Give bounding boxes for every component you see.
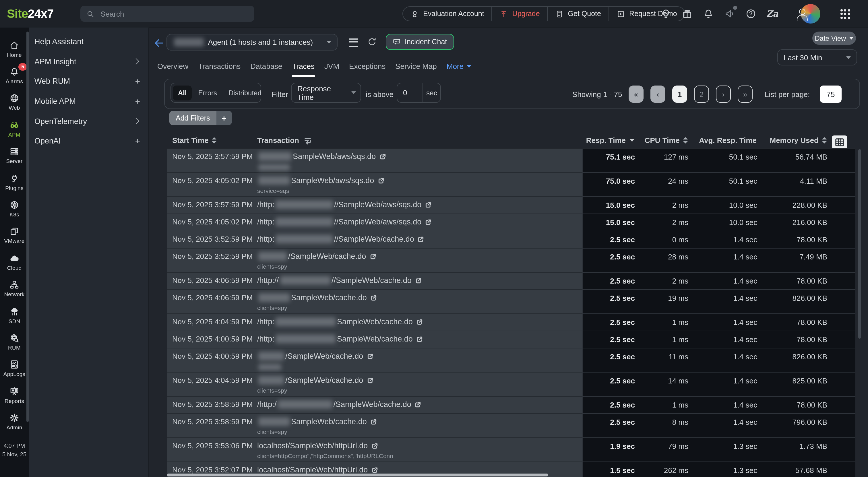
sidebar-item-web[interactable]: Web xyxy=(0,89,29,116)
help-icon[interactable] xyxy=(745,8,756,20)
subsidebar-item-opentelemetry[interactable]: OpenTelemetry xyxy=(29,112,148,131)
segment-all[interactable]: All xyxy=(173,85,192,100)
table-row[interactable]: Nov 5, 2025 4:06:59 PM/http:////SampleWe… xyxy=(167,273,856,290)
transaction-link[interactable]: /SampleWeb/cache.do xyxy=(257,352,582,360)
sidebar-item-k8s[interactable]: K8s xyxy=(0,195,29,222)
sidebar-item-plugins[interactable]: Plugins xyxy=(0,169,29,195)
transaction-link[interactable]: /http://SampleWeb/cache.do xyxy=(257,400,582,409)
evaluation-account-button[interactable]: Evaluation Account xyxy=(403,7,492,21)
sidebar-item-reports[interactable]: Reports xyxy=(0,382,29,408)
vertical-scrollbar[interactable] xyxy=(858,149,861,339)
column-start-time[interactable]: Start Time xyxy=(167,136,255,145)
column-resp-time[interactable]: Resp. Time xyxy=(582,136,634,145)
table-row[interactable]: Nov 5, 2025 3:58:59 PM/http://SampleWeb/… xyxy=(167,396,856,414)
subsidebar-item-help-assistant[interactable]: Help Assistant xyxy=(29,32,148,52)
subsidebar-item-openai[interactable]: OpenAI+ xyxy=(29,131,148,151)
refresh-icon[interactable] xyxy=(367,37,377,47)
tab-database[interactable]: Database xyxy=(250,62,282,70)
time-range-selector[interactable]: Last 30 Min xyxy=(777,50,857,65)
table-row[interactable]: Nov 5, 2025 4:04:59 PM/SampleWeb/cache.d… xyxy=(167,373,856,396)
table-row[interactable]: Nov 5, 2025 4:05:02 PMSampleWeb/aws/sqs.… xyxy=(167,173,856,197)
add-filters-button[interactable]: Add Filters + xyxy=(169,111,232,125)
table-row[interactable]: Nov 5, 2025 4:05:02 PM/http://SampleWeb/… xyxy=(167,214,856,231)
threshold-value[interactable]: 0 xyxy=(397,83,423,102)
list-per-page-input[interactable]: 75 xyxy=(820,86,842,103)
sidebar-item-vmware[interactable]: VMware xyxy=(0,222,29,249)
incident-chat-button[interactable]: Incident Chat xyxy=(386,34,454,50)
site24x7-logo[interactable]: Site24x7 xyxy=(7,0,53,28)
column-cpu-time[interactable]: CPU Time xyxy=(634,136,688,145)
tab-exceptions[interactable]: Exceptions xyxy=(349,62,385,70)
date-view-button[interactable]: Date View xyxy=(812,32,856,45)
pager-button-x[interactable]: « xyxy=(629,86,644,103)
zoho-icon[interactable]: Za xyxy=(766,8,778,20)
tab-traces[interactable]: Traces xyxy=(292,62,315,70)
sidebar-item-network[interactable]: Network xyxy=(0,275,29,302)
table-row[interactable]: Nov 5, 2025 3:52:59 PM/SampleWeb/cache.d… xyxy=(167,249,856,273)
pager-button-x[interactable]: ‹ xyxy=(650,86,665,103)
app-launcher-icon[interactable] xyxy=(840,9,850,19)
segment-errors[interactable]: Errors xyxy=(193,85,222,100)
transaction-link[interactable]: /http:SampleWeb/cache.do xyxy=(257,335,582,343)
sidebar-item-cloud[interactable]: Cloud xyxy=(0,249,29,275)
transaction-link[interactable]: /SampleWeb/cache.do xyxy=(257,252,582,261)
transaction-link[interactable]: SampleWeb/aws/sqs.do xyxy=(257,176,582,185)
subsidebar-item-mobile-apm[interactable]: Mobile APM+ xyxy=(29,91,148,111)
back-button[interactable] xyxy=(153,37,165,49)
lightbulb-icon[interactable] xyxy=(660,8,672,20)
get-quote-button[interactable]: Get Quote xyxy=(547,7,609,21)
tab-overview[interactable]: Overview xyxy=(157,62,188,70)
pager-button-x[interactable]: » xyxy=(738,86,753,103)
transaction-link[interactable]: /http://SampleWeb/aws/sqs.do xyxy=(257,218,582,226)
menu-icon[interactable] xyxy=(349,38,358,47)
pager-button-2[interactable]: 2 xyxy=(694,86,709,103)
transaction-link[interactable]: SampleWeb/aws/sqs.do xyxy=(257,152,582,161)
tab-service-map[interactable]: Service Map xyxy=(395,62,437,70)
table-row[interactable]: Nov 5, 2025 3:58:59 PMSampleWeb/cache.do… xyxy=(167,414,856,438)
sidebar-item-rum[interactable]: RUM xyxy=(0,329,29,355)
transaction-link[interactable]: /http:////SampleWeb/cache.do xyxy=(257,276,582,285)
column-avg-resp-time[interactable]: Avg. Resp. Time xyxy=(688,136,756,145)
table-row[interactable]: Nov 5, 2025 3:53:06 PMlocalhost/SampleWe… xyxy=(167,438,856,462)
transaction-link[interactable]: SampleWeb/cache.do xyxy=(257,293,582,302)
transaction-link[interactable]: /http://SampleWeb/aws/sqs.do xyxy=(257,200,582,209)
table-row[interactable]: Nov 5, 2025 3:57:59 PMSampleWeb/aws/sqs.… xyxy=(167,149,856,173)
filter-field-dropdown[interactable]: Response Time xyxy=(291,83,361,103)
table-row[interactable]: Nov 5, 2025 3:52:59 PM/http://SampleWeb/… xyxy=(167,231,856,249)
tab-transactions[interactable]: Transactions xyxy=(198,62,241,70)
transaction-link[interactable]: localhost/SampleWeb/httpUrl.do xyxy=(257,466,582,474)
table-row[interactable]: Nov 5, 2025 3:57:59 PM/http://SampleWeb/… xyxy=(167,197,856,214)
megaphone-icon[interactable] xyxy=(724,8,735,20)
table-row[interactable]: Nov 5, 2025 4:06:59 PMSampleWeb/cache.do… xyxy=(167,290,856,314)
column-picker-button[interactable] xyxy=(832,135,847,149)
table-row[interactable]: Nov 5, 2025 4:00:59 PM/SampleWeb/cache.d… xyxy=(167,348,856,373)
threshold-input[interactable]: 0 sec xyxy=(397,83,441,103)
upgrade-button[interactable]: Upgrade xyxy=(492,7,547,21)
subsidebar-item-apm-insight[interactable]: APM Insight xyxy=(29,52,148,71)
transaction-link[interactable]: localhost/SampleWeb/httpUrl.do xyxy=(257,441,582,450)
column-memory-used[interactable]: Memory Used xyxy=(756,136,827,145)
tab-jvm[interactable]: JVM xyxy=(324,62,339,70)
sidebar-item-home[interactable]: Home xyxy=(0,36,29,62)
transaction-link[interactable]: SampleWeb/cache.do xyxy=(257,417,582,426)
search-input[interactable] xyxy=(99,9,239,19)
sidebar-item-server[interactable]: Server xyxy=(0,142,29,169)
gift-icon[interactable] xyxy=(681,8,693,20)
bell-icon[interactable] xyxy=(703,8,714,20)
sidebar-item-alarms[interactable]: Alarms5 xyxy=(0,62,29,89)
sidebar-scrollbar[interactable] xyxy=(26,32,28,422)
pager-button-x[interactable]: › xyxy=(716,86,731,103)
global-search[interactable] xyxy=(81,6,254,22)
application-selector[interactable]: _Agent (1 hosts and 1 instances) xyxy=(166,34,338,51)
transaction-link[interactable]: /http:SampleWeb/cache.do xyxy=(257,317,582,326)
table-row[interactable]: Nov 5, 2025 4:00:59 PM/http:SampleWeb/ca… xyxy=(167,331,856,348)
user-avatar[interactable] xyxy=(801,4,820,24)
subsidebar-item-web-rum[interactable]: Web RUM+ xyxy=(29,71,148,91)
transaction-link[interactable]: /http://SampleWeb/cache.do xyxy=(257,235,582,243)
table-row[interactable]: Nov 5, 2025 4:04:59 PM/http:SampleWeb/ca… xyxy=(167,314,856,331)
segment-distributed[interactable]: Distributed xyxy=(223,85,267,100)
sidebar-item-admin[interactable]: Admin xyxy=(0,408,29,435)
column-transaction[interactable]: Transaction xyxy=(255,136,582,145)
horizontal-scrollbar[interactable] xyxy=(167,474,548,476)
sidebar-item-sdn[interactable]: SDN xyxy=(0,302,29,329)
